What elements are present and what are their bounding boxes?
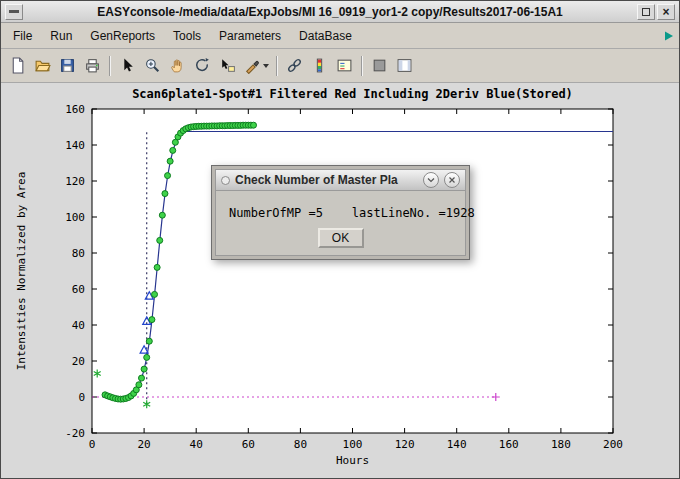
svg-text:140: 140 <box>65 139 85 152</box>
app-window: EASYconsole-/media/data/ExpJobs/MI 16_09… <box>0 0 680 479</box>
svg-text:0: 0 <box>78 391 85 404</box>
dialog-titlebar[interactable]: Check Number of Master Pla <box>215 169 466 191</box>
dialog-title: Check Number of Master Pla <box>235 173 418 187</box>
svg-text:100: 100 <box>65 211 85 224</box>
svg-text:40: 40 <box>190 438 203 451</box>
maximize-icon <box>642 8 650 16</box>
window-menu-button[interactable] <box>5 4 23 20</box>
open-icon[interactable] <box>30 53 55 78</box>
insert-legend-icon[interactable] <box>332 53 357 78</box>
svg-text:200: 200 <box>603 438 623 451</box>
svg-text:60: 60 <box>72 283 85 296</box>
menubar: File Run GenReports Tools Parameters Dat… <box>1 23 679 49</box>
svg-text:0: 0 <box>89 438 96 451</box>
toolbar <box>1 49 679 83</box>
plottools-show-icon[interactable] <box>392 53 417 78</box>
pan-hand-icon[interactable] <box>165 53 190 78</box>
svg-text:-20: -20 <box>65 427 85 440</box>
chart-canvas: 020406080100120140160180200-200204060801… <box>1 83 679 478</box>
svg-text:Scan6plate1-Spot#1 Filtered Re: Scan6plate1-Spot#1 Filtered Red Includin… <box>132 87 573 101</box>
svg-text:100: 100 <box>343 438 363 451</box>
data-cursor-icon[interactable] <box>215 53 240 78</box>
dialog-window-icon <box>221 176 230 185</box>
rotate-3d-icon[interactable] <box>190 53 215 78</box>
svg-text:20: 20 <box>72 355 85 368</box>
figure-area: 020406080100120140160180200-200204060801… <box>1 83 679 478</box>
svg-text:Intensities Normalized by Area: Intensities Normalized by Area <box>15 172 28 371</box>
menu-database[interactable]: DataBase <box>290 24 361 48</box>
window-title: EASYconsole-/media/data/ExpJobs/MI 16_09… <box>24 5 636 19</box>
svg-text:160: 160 <box>65 103 85 116</box>
close-button[interactable]: × <box>657 4 675 20</box>
toolbar-separator <box>109 56 111 76</box>
menu-parameters[interactable]: Parameters <box>210 24 290 48</box>
menu-tools[interactable]: Tools <box>164 24 210 48</box>
zoom-in-icon[interactable] <box>140 53 165 78</box>
svg-text:180: 180 <box>551 438 571 451</box>
dialog-close-button[interactable] <box>444 172 460 188</box>
svg-text:80: 80 <box>294 438 307 451</box>
link-plots-icon[interactable] <box>282 53 307 78</box>
svg-text:Hours: Hours <box>336 454 369 467</box>
svg-text:80: 80 <box>72 247 85 260</box>
edit-plot-arrow-icon[interactable] <box>115 53 140 78</box>
plottools-hide-icon[interactable] <box>367 53 392 78</box>
dialog-body: NumberOfMP =5 lastLineNo. =1928 OK <box>215 191 466 256</box>
svg-text:40: 40 <box>72 319 85 332</box>
save-icon[interactable] <box>55 53 80 78</box>
svg-text:140: 140 <box>447 438 467 451</box>
maximize-button[interactable] <box>637 4 655 20</box>
new-icon[interactable] <box>5 53 30 78</box>
brush-icon[interactable] <box>240 53 272 78</box>
menu-file[interactable]: File <box>4 24 41 48</box>
menu-run[interactable]: Run <box>41 24 81 48</box>
close-icon: × <box>662 5 669 19</box>
window-menu-icon <box>9 10 19 13</box>
menu-overflow-icon[interactable] <box>661 28 677 44</box>
dialog-message: NumberOfMP =5 lastLineNo. =1928 <box>229 206 475 220</box>
svg-text:160: 160 <box>499 438 519 451</box>
dialog-shade-button[interactable] <box>423 172 439 188</box>
titlebar: EASYconsole-/media/data/ExpJobs/MI 16_09… <box>1 1 679 23</box>
toolbar-separator <box>361 56 363 76</box>
svg-text:60: 60 <box>242 438 255 451</box>
toolbar-separator <box>276 56 278 76</box>
print-icon[interactable] <box>80 53 105 78</box>
menu-genreports[interactable]: GenReports <box>81 24 164 48</box>
svg-text:120: 120 <box>65 175 85 188</box>
insert-colorbar-icon[interactable] <box>307 53 332 78</box>
ok-button[interactable]: OK <box>318 228 364 248</box>
brush-dropdown-icon[interactable] <box>263 64 269 68</box>
svg-text:20: 20 <box>137 438 150 451</box>
svg-text:120: 120 <box>395 438 415 451</box>
dialog-check-number: Check Number of Master Pla NumberOfMP =5… <box>211 165 470 260</box>
